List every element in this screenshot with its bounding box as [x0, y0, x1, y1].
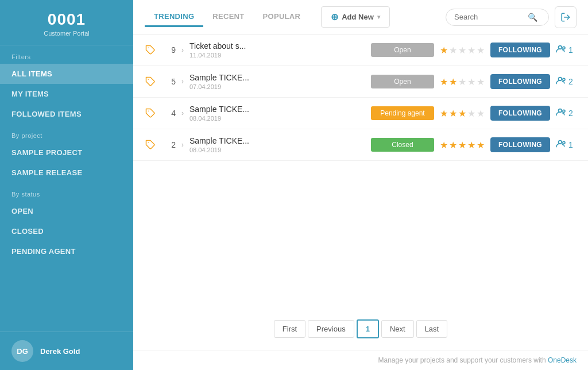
sidebar: 0001 Customer Portal Filters ALL ITEMS M…	[0, 0, 133, 370]
sidebar-item-closed[interactable]: CLOSED	[0, 221, 133, 241]
follower-count: 2	[556, 108, 577, 118]
star-filled: ★	[458, 140, 466, 151]
ticket-icon	[145, 108, 156, 118]
pagination: First Previous 1 Next Last	[133, 308, 588, 350]
ticket-number: 4	[162, 109, 176, 118]
follower-count: 1	[556, 45, 577, 55]
ticket-number: 9	[162, 45, 176, 55]
ticket-title: Sample TICKE...	[189, 73, 365, 82]
status-badge: Closed	[371, 138, 434, 152]
status-badge: Open	[371, 75, 434, 88]
status-badge: Open	[371, 43, 434, 57]
star-empty: ★	[477, 76, 485, 87]
chevron-right-icon: ›	[181, 141, 184, 149]
ticket-info: Sample TICKE... 08.04.2019	[189, 105, 365, 122]
star-rating: ★★★★★	[440, 140, 485, 151]
tabs: TRENDING RECENT POPULAR	[145, 7, 310, 27]
followers-icon	[556, 140, 566, 150]
star-empty: ★	[467, 76, 475, 87]
svg-point-6	[563, 78, 565, 80]
star-rating: ★★★★★	[440, 108, 485, 119]
logout-button[interactable]	[555, 6, 577, 28]
followers-icon	[556, 108, 566, 118]
ticket-info: Sample TICKE... 07.04.2019	[189, 73, 365, 90]
search-bar: 🔍	[446, 9, 549, 26]
tab-trending[interactable]: TRENDING	[145, 7, 203, 27]
sidebar-item-open[interactable]: OPEN	[0, 201, 133, 221]
search-icon: 🔍	[528, 13, 537, 22]
svg-point-3	[563, 47, 565, 49]
search-input[interactable]	[454, 13, 523, 21]
onedesk-link[interactable]: OneDesk	[548, 356, 577, 364]
star-empty: ★	[467, 108, 475, 119]
plus-circle-icon: ⊕	[331, 11, 338, 22]
star-filled: ★	[458, 108, 466, 119]
following-button[interactable]: FOLLOWING	[490, 137, 550, 152]
avatar: DG	[11, 340, 33, 362]
star-empty: ★	[477, 108, 485, 119]
tab-recent[interactable]: RECENT	[203, 7, 253, 27]
next-page-button[interactable]: Next	[381, 320, 414, 338]
star-filled: ★	[440, 45, 448, 56]
current-page-button[interactable]: 1	[357, 319, 379, 338]
ticket-title: Sample TICKE...	[189, 105, 365, 114]
last-page-button[interactable]: Last	[416, 320, 448, 338]
tab-popular[interactable]: POPULAR	[254, 7, 310, 27]
ticket-title: Ticket about s...	[189, 41, 365, 51]
star-filled: ★	[440, 140, 448, 151]
sidebar-item-all-items[interactable]: ALL ITEMS	[0, 64, 133, 84]
svg-point-12	[563, 141, 565, 144]
user-name: Derek Gold	[40, 347, 80, 356]
header: TRENDING RECENT POPULAR ⊕ Add New ▾ 🔍	[133, 0, 588, 34]
ticket-number: 5	[162, 77, 176, 86]
by-status-label: By status	[0, 183, 133, 201]
star-empty: ★	[467, 45, 475, 56]
sidebar-footer: DG Derek Gold	[0, 332, 133, 370]
add-new-button[interactable]: ⊕ Add New ▾	[321, 6, 390, 28]
star-rating: ★★★★★	[440, 76, 485, 87]
follower-number: 1	[568, 45, 573, 55]
star-filled: ★	[449, 108, 457, 119]
star-filled: ★	[440, 108, 448, 119]
following-button[interactable]: FOLLOWING	[490, 106, 550, 121]
sidebar-item-pending-agent[interactable]: PENDING AGENT	[0, 241, 133, 261]
star-empty: ★	[458, 45, 466, 56]
ticket-date: 11.04.2019	[189, 52, 365, 59]
ticket-list: 9 › Ticket about s... 11.04.2019 Open ★★…	[133, 34, 588, 308]
previous-page-button[interactable]: Previous	[308, 320, 354, 338]
ticket-date: 07.04.2019	[189, 83, 365, 90]
logo-subtitle: Customer Portal	[11, 30, 122, 37]
chevron-right-icon: ›	[181, 46, 184, 54]
star-filled: ★	[467, 140, 475, 151]
followers-icon	[556, 76, 566, 87]
table-row[interactable]: 2 › Sample TICKE... 08.04.2019 Closed ★★…	[133, 129, 588, 161]
chevron-right-icon: ›	[181, 109, 184, 117]
sidebar-logo: 0001 Customer Portal	[0, 0, 133, 45]
ticket-icon	[145, 140, 156, 150]
follower-number: 1	[568, 140, 573, 149]
ticket-date: 08.04.2019	[189, 115, 365, 122]
ticket-date: 08.04.2019	[189, 147, 365, 153]
main-footer: Manage your projects and support your cu…	[133, 350, 588, 370]
sidebar-item-my-items[interactable]: MY ITEMS	[0, 84, 133, 104]
sidebar-item-sample-release[interactable]: SAMPLE RELEASE	[0, 163, 133, 183]
ticket-icon	[145, 45, 156, 55]
following-button[interactable]: FOLLOWING	[490, 74, 550, 89]
ticket-icon	[145, 76, 156, 87]
svg-point-9	[563, 110, 565, 112]
following-button[interactable]: FOLLOWING	[490, 43, 550, 57]
followers-icon	[556, 45, 566, 55]
logo-number: 0001	[11, 10, 122, 29]
table-row[interactable]: 5 › Sample TICKE... 07.04.2019 Open ★★★★…	[133, 66, 588, 98]
first-page-button[interactable]: First	[274, 320, 305, 338]
ticket-number: 2	[162, 140, 176, 149]
sidebar-item-sample-project[interactable]: SAMPLE PROJECT	[0, 142, 133, 163]
table-row[interactable]: 4 › Sample TICKE... 08.04.2019 Pending a…	[133, 98, 588, 129]
ticket-info: Ticket about s... 11.04.2019	[189, 41, 365, 59]
table-row[interactable]: 9 › Ticket about s... 11.04.2019 Open ★★…	[133, 34, 588, 66]
by-project-label: By project	[0, 124, 133, 142]
sidebar-item-followed-items[interactable]: FOLLOWED ITEMS	[0, 104, 133, 124]
follower-number: 2	[568, 109, 573, 118]
star-filled: ★	[440, 76, 448, 87]
chevron-down-icon: ▾	[377, 14, 380, 20]
